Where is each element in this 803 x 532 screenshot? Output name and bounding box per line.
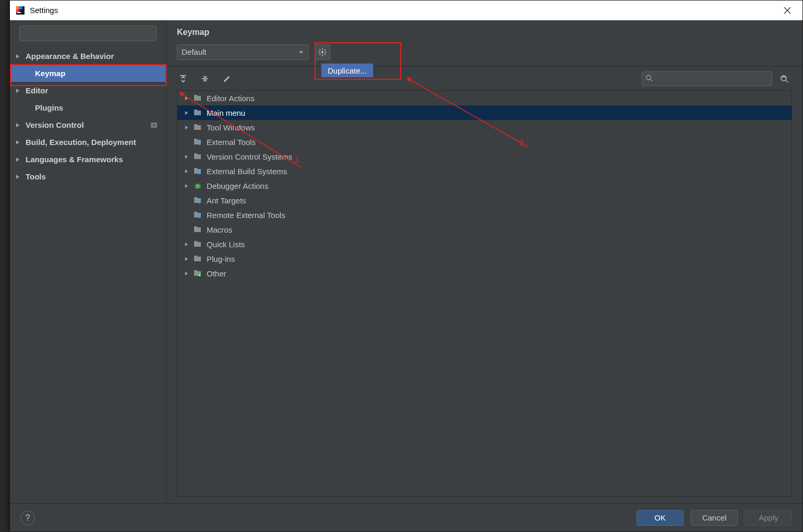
help-button[interactable]: ?	[20, 511, 35, 525]
sidebar-item-label: Languages & Frameworks	[26, 155, 123, 164]
svg-rect-60	[194, 270, 197, 272]
settings-sidebar: Appearance & Behavior Keymap Editor Plug…	[10, 20, 166, 503]
svg-rect-56	[194, 241, 197, 243]
svg-point-11	[321, 51, 323, 53]
svg-rect-48	[194, 197, 197, 199]
tree-item-other[interactable]: Other	[177, 266, 792, 281]
action-search-input[interactable]	[642, 71, 772, 86]
apply-button[interactable]: Apply	[745, 510, 792, 526]
svg-rect-27	[194, 95, 197, 96]
tree-item-external-tools[interactable]: External Tools	[177, 135, 792, 149]
svg-line-45	[195, 187, 196, 188]
tree-label: Plug-ins	[206, 255, 235, 263]
project-level-icon	[150, 122, 158, 129]
svg-rect-37	[194, 154, 201, 159]
chevron-right-icon	[183, 154, 190, 159]
tree-item-main-menu[interactable]: Main menu	[177, 105, 792, 120]
tree-item-version-control-systems[interactable]: Version Control Systems	[177, 149, 792, 164]
chevron-right-icon	[183, 96, 190, 101]
chevron-right-icon	[15, 54, 20, 59]
sidebar-item-keymap[interactable]: Keymap	[10, 65, 166, 82]
find-by-shortcut-button[interactable]	[776, 71, 792, 86]
tree-label: Other	[206, 269, 226, 278]
bug-icon	[193, 181, 202, 190]
tree-item-external-build-systems[interactable]: External Build Systems	[177, 164, 792, 178]
sidebar-item-editor[interactable]: Editor	[10, 82, 166, 99]
svg-rect-53	[194, 227, 201, 232]
sidebar-search-input[interactable]	[19, 26, 157, 41]
sidebar-item-languages-frameworks[interactable]: Languages & Frameworks	[10, 151, 166, 168]
tree-item-editor-actions[interactable]: Editor Actions	[177, 91, 792, 105]
svg-line-46	[199, 187, 201, 188]
sidebar-item-label: Tools	[26, 172, 46, 181]
folder-gear-icon	[193, 137, 202, 147]
svg-rect-32	[194, 125, 201, 130]
tree-item-tool-windows[interactable]: Tool Windows	[177, 120, 792, 135]
svg-rect-28	[198, 98, 200, 100]
sidebar-item-tools[interactable]: Tools	[10, 168, 166, 185]
sidebar-item-label: Version Control	[26, 120, 84, 129]
folder-gear-icon	[193, 166, 202, 176]
svg-line-25	[786, 80, 788, 82]
ok-button[interactable]: OK	[637, 510, 684, 526]
svg-rect-51	[194, 212, 197, 213]
titlebar-title: Settings	[30, 6, 58, 15]
sidebar-item-label: Keymap	[35, 69, 65, 78]
folder-icon	[193, 254, 202, 263]
tree-item-macros[interactable]: Macros	[177, 222, 792, 237]
folder-icon	[193, 93, 202, 103]
svg-point-49	[198, 200, 201, 203]
expand-all-button[interactable]	[177, 72, 189, 85]
tree-label: Tool Windows	[206, 123, 255, 132]
sidebar-item-label: Editor	[26, 86, 48, 95]
svg-rect-30	[194, 110, 197, 111]
tree-item-quick-lists[interactable]: Quick Lists	[177, 237, 792, 251]
folder-plus-icon	[193, 269, 202, 278]
chevron-down-icon	[298, 47, 304, 56]
sidebar-item-label: Build, Execution, Deployment	[26, 138, 136, 147]
svg-rect-19	[319, 53, 320, 55]
svg-point-52	[198, 215, 201, 218]
tree-item-debugger-actions[interactable]: Debugger Actions	[177, 178, 792, 193]
chevron-right-icon	[183, 125, 190, 130]
window-close-button[interactable]	[775, 1, 799, 20]
tree-label: Version Control Systems	[206, 152, 292, 161]
svg-line-43	[195, 185, 196, 186]
cancel-button[interactable]: Cancel	[691, 510, 738, 526]
sidebar-item-build-execution-deployment[interactable]: Build, Execution, Deployment	[10, 134, 166, 151]
chevron-right-icon	[183, 111, 190, 115]
folder-gear-icon	[193, 196, 202, 205]
chevron-right-icon	[15, 123, 20, 128]
chevron-right-icon	[183, 242, 190, 247]
chevron-right-icon	[183, 169, 190, 174]
chevron-right-icon	[183, 271, 190, 276]
svg-rect-57	[194, 257, 201, 261]
svg-rect-18	[324, 49, 326, 51]
svg-rect-2	[19, 6, 22, 9]
tree-item-remote-external-tools[interactable]: Remote External Tools	[177, 208, 792, 222]
edit-shortcut-button[interactable]	[221, 72, 233, 85]
svg-line-23	[650, 79, 652, 81]
svg-point-36	[198, 142, 201, 145]
tree-label: Debugger Actions	[206, 182, 268, 190]
svg-rect-14	[319, 52, 320, 53]
collapse-all-button[interactable]	[199, 72, 211, 85]
keymap-select-combo[interactable]: Default	[177, 44, 308, 60]
svg-rect-15	[325, 52, 327, 53]
tree-label: Macros	[206, 225, 232, 234]
menu-item-label: Duplicate...	[328, 66, 367, 75]
folder-icon	[193, 123, 202, 132]
sidebar-item-version-control[interactable]: Version Control	[10, 116, 166, 134]
sidebar-item-plugins[interactable]: Plugins	[10, 99, 166, 116]
keymap-gear-button[interactable]	[315, 44, 330, 60]
keymap-tree[interactable]: Editor Actions Main menu Tool Windows Ex…	[177, 90, 792, 497]
keymap-gear-menu-item-duplicate[interactable]: Duplicate...	[321, 63, 374, 78]
sidebar-item-label: Appearance & Behavior	[26, 52, 114, 61]
sidebar-item-appearance-behavior[interactable]: Appearance & Behavior	[10, 47, 166, 65]
folder-icon	[193, 225, 202, 234]
svg-point-42	[196, 184, 200, 189]
tree-item-ant-targets[interactable]: Ant Targets	[177, 193, 792, 208]
tree-item-plug-ins[interactable]: Plug-ins	[177, 251, 792, 266]
svg-rect-12	[322, 48, 323, 50]
svg-rect-13	[322, 54, 323, 56]
